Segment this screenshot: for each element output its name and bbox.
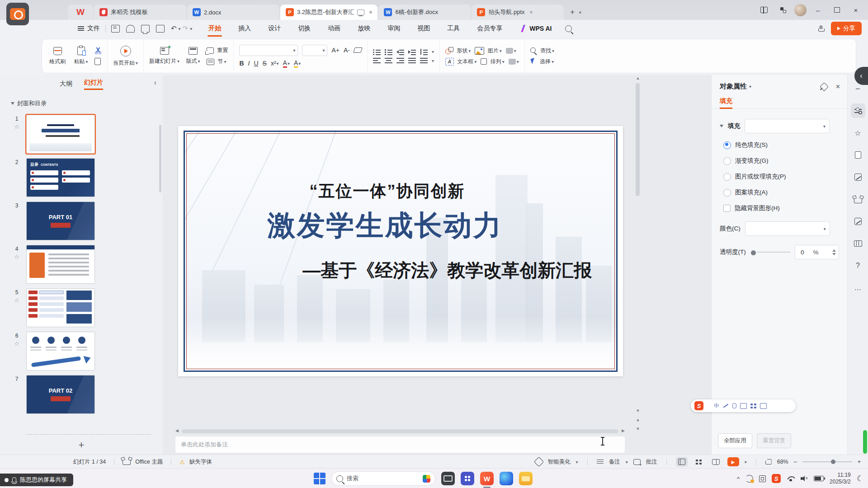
- tab-tools[interactable]: 工具: [446, 21, 461, 36]
- start-button[interactable]: [314, 473, 326, 484]
- scroll-right-icon[interactable]: ▶: [622, 428, 625, 433]
- missing-font-label[interactable]: 缺失字体: [189, 458, 212, 466]
- vertical-scroll-thumb[interactable]: [636, 83, 640, 196]
- file-menu[interactable]: 文件: [78, 24, 100, 33]
- next-slide-icon[interactable]: ▼: [635, 427, 641, 431]
- slide-sorter-button[interactable]: [693, 457, 705, 467]
- theme-name[interactable]: Office 主题: [135, 458, 163, 466]
- transparency-slider[interactable]: [750, 252, 790, 253]
- slide-thumbnail-7[interactable]: PART 02: [26, 375, 95, 414]
- spin-down-icon[interactable]: [832, 253, 836, 255]
- find-button[interactable]: 查找▾: [530, 47, 554, 55]
- decrease-indent-button[interactable]: [396, 49, 404, 55]
- copy-button[interactable]: [94, 58, 101, 65]
- help-button[interactable]: ?: [851, 258, 865, 273]
- redo-button[interactable]: ↷: [183, 24, 189, 33]
- slide-thumbnail-1[interactable]: [26, 115, 95, 154]
- effects-button[interactable]: ☆: [851, 126, 865, 140]
- taskbar-app-wps[interactable]: W: [480, 472, 494, 485]
- numbered-list-button[interactable]: [385, 49, 392, 55]
- save-button[interactable]: [111, 25, 120, 33]
- section-header[interactable]: 封面和目录: [0, 93, 163, 110]
- slideshow-dropdown[interactable]: ▾: [745, 460, 747, 465]
- arrange-button[interactable]: 排列▾: [481, 58, 504, 66]
- tab-slides[interactable]: 幻灯片: [84, 79, 103, 90]
- beautify-dropdown[interactable]: ▾: [576, 460, 578, 465]
- picture-fill-option[interactable]: 图片或纹理填充(P): [720, 173, 839, 181]
- ime-toolbar[interactable]: S × 中: [691, 399, 796, 412]
- star-icon[interactable]: ☆: [14, 297, 19, 304]
- tab-home[interactable]: 开始: [208, 21, 222, 36]
- fill-preset-combobox[interactable]: ▾: [745, 119, 830, 133]
- horizontal-scrollbar[interactable]: ◀ ▶: [175, 428, 625, 434]
- bullet-list-button[interactable]: [373, 49, 381, 55]
- beautify-label[interactable]: 智能美化: [548, 458, 571, 466]
- panel-title-dropdown[interactable]: ▾: [749, 84, 751, 89]
- horizontal-scroll-thumb[interactable]: [182, 429, 618, 433]
- taskbar-app-edge[interactable]: [500, 472, 513, 485]
- zoom-value[interactable]: 68%: [777, 459, 788, 465]
- pattern-fill-option[interactable]: 图案填充(A): [720, 188, 839, 197]
- user-avatar[interactable]: [794, 4, 807, 16]
- grow-font-button[interactable]: A+: [331, 47, 340, 54]
- previous-slide-icon[interactable]: ▲: [635, 418, 641, 422]
- search-icon[interactable]: [565, 25, 572, 32]
- wps-home-button[interactable]: W: [68, 5, 93, 20]
- align-left-button[interactable]: [373, 58, 381, 63]
- tab-active-presentation[interactable]: P 3.2陈思思-创新大赛汇: [280, 5, 377, 20]
- star-icon[interactable]: ☆: [14, 253, 19, 260]
- widgets-button[interactable]: [775, 3, 791, 17]
- tab-2docx[interactable]: W 2.docx: [187, 5, 279, 20]
- object-properties-button[interactable]: [851, 103, 865, 118]
- close-panel-button[interactable]: ×: [836, 83, 840, 91]
- ime-pen-icon[interactable]: [723, 404, 729, 408]
- tab-taitou-pptx[interactable]: P 抬头导航.pptx: [472, 5, 564, 20]
- italic-button[interactable]: I: [248, 60, 250, 67]
- tab-outline[interactable]: 大纲: [60, 80, 72, 88]
- battery-icon[interactable]: [814, 476, 824, 481]
- notes-dropdown[interactable]: ▾: [626, 460, 628, 465]
- reset-background-button[interactable]: 重置背景: [757, 433, 791, 448]
- highlight-color-button[interactable]: A▾: [294, 59, 301, 68]
- taskbar-app-meeting[interactable]: [461, 472, 474, 485]
- pin-icon[interactable]: [820, 82, 829, 91]
- font-name-combobox[interactable]: ▾: [239, 45, 298, 56]
- tab-list-dropdown[interactable]: ▾: [579, 10, 581, 15]
- ime-mic-icon[interactable]: [732, 403, 736, 408]
- slide-thumbnail-5[interactable]: [26, 288, 95, 327]
- justify-button[interactable]: [408, 58, 416, 63]
- selection-pane-button[interactable]: [851, 148, 865, 162]
- strikethrough-button[interactable]: S: [263, 60, 267, 67]
- comments-label[interactable]: 批注: [646, 458, 657, 466]
- smart-beautify-button[interactable]: [851, 170, 865, 184]
- volume-muted-icon[interactable]: ×: [801, 476, 808, 481]
- scroll-down-icon[interactable]: ▼: [635, 408, 641, 413]
- picture-button[interactable]: 图片▾: [475, 47, 501, 55]
- cut-button[interactable]: [94, 47, 102, 54]
- increase-indent-button[interactable]: [408, 49, 416, 55]
- scroll-up-icon[interactable]: ▲: [635, 76, 641, 80]
- zoom-slider[interactable]: [802, 461, 852, 462]
- slide-thumbnail-2[interactable]: 目录 CONTENTS: [26, 158, 95, 197]
- clock[interactable]: 11:19 2025/3/2: [830, 472, 851, 485]
- play-from-page-button[interactable]: 当页开始▾: [113, 46, 138, 67]
- line-spacing-dropdown[interactable]: ▾: [432, 49, 434, 54]
- new-slide-button[interactable]: 新建幻灯片▾: [149, 47, 179, 65]
- tab-design[interactable]: 设计: [267, 21, 282, 36]
- color-combobox[interactable]: ▾: [745, 221, 830, 236]
- tab-member[interactable]: 会员专享: [476, 21, 503, 36]
- section-button[interactable]: 节▾: [207, 58, 228, 66]
- zoom-in-button[interactable]: +: [858, 459, 861, 465]
- split-screen-button[interactable]: [756, 3, 772, 17]
- print-preview-button[interactable]: [126, 25, 135, 33]
- more-tools-button[interactable]: …: [851, 281, 865, 295]
- quickbar-more-dropdown[interactable]: ▾: [190, 26, 192, 31]
- slideshow-play-button[interactable]: ▶: [727, 457, 739, 466]
- vertical-scrollbar[interactable]: ▲ ▼ ▲ ▼: [635, 76, 641, 435]
- tray-app-icon[interactable]: [759, 475, 766, 482]
- share-button[interactable]: 分享: [831, 22, 862, 35]
- star-icon[interactable]: ☆: [14, 340, 19, 347]
- slide-kicker-text[interactable]: “五位一体”协同创新: [309, 180, 465, 202]
- sogou-tray-icon[interactable]: S: [772, 474, 781, 483]
- tab-slideshow[interactable]: 放映: [357, 21, 371, 36]
